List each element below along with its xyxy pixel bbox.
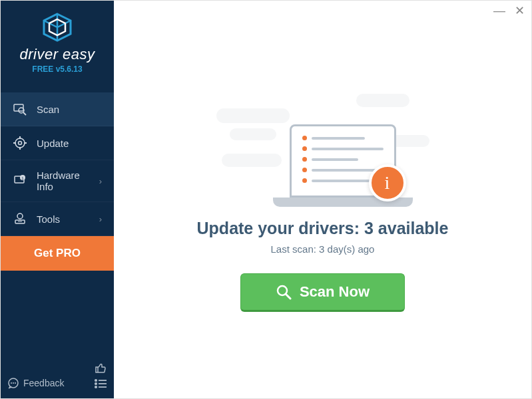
svg-point-18 bbox=[15, 382, 16, 384]
svg-point-17 bbox=[13, 382, 14, 384]
window-controls: — ✕ bbox=[493, 5, 525, 17]
svg-point-4 bbox=[19, 142, 22, 145]
menu-list-icon[interactable] bbox=[94, 378, 107, 389]
svg-point-12 bbox=[17, 213, 23, 219]
sidebar-item-label: Update bbox=[37, 138, 69, 149]
tools-icon bbox=[13, 211, 27, 226]
last-scan-label: Last scan: 3 day(s) ago bbox=[271, 243, 375, 255]
brand-name: driver easy bbox=[1, 46, 114, 63]
bottom-bar: Feedback bbox=[1, 354, 114, 398]
svg-point-19 bbox=[95, 380, 97, 381]
main-area: — ✕ i Update your drivers: 3 available L… bbox=[114, 1, 531, 398]
gear-icon bbox=[13, 136, 27, 150]
info-badge-icon: i bbox=[369, 164, 406, 201]
sidebar-item-scan[interactable]: Scan bbox=[1, 92, 114, 126]
sidebar-item-tools[interactable]: Tools › bbox=[1, 202, 114, 236]
chevron-right-icon: › bbox=[99, 176, 102, 186]
logo-area: driver easy FREE v5.6.13 bbox=[1, 1, 114, 82]
sidebar: driver easy FREE v5.6.13 Scan Update 1 H… bbox=[1, 1, 114, 398]
sidebar-item-label: Tools bbox=[37, 213, 60, 225]
close-button[interactable]: ✕ bbox=[515, 5, 525, 17]
illustration: i bbox=[216, 87, 429, 207]
feedback-link[interactable]: Feedback bbox=[7, 377, 64, 389]
svg-point-3 bbox=[15, 138, 25, 148]
hardware-icon: 1 bbox=[13, 174, 27, 188]
svg-line-2 bbox=[23, 112, 26, 115]
svg-point-21 bbox=[95, 383, 97, 384]
svg-line-26 bbox=[286, 294, 290, 299]
thumbs-up-icon[interactable] bbox=[94, 361, 107, 374]
feedback-label: Feedback bbox=[23, 378, 64, 388]
feedback-icon bbox=[7, 377, 19, 389]
search-icon bbox=[276, 284, 292, 300]
sidebar-item-label: Hardware Info bbox=[37, 170, 99, 192]
svg-point-23 bbox=[95, 386, 97, 388]
minimize-button[interactable]: — bbox=[493, 5, 505, 17]
scan-button-label: Scan Now bbox=[300, 283, 370, 301]
version-label: FREE v5.6.13 bbox=[1, 65, 114, 74]
content: i Update your drivers: 3 available Last … bbox=[114, 1, 531, 398]
nav: Scan Update 1 Hardware Info › Tools › Ge… bbox=[1, 92, 114, 354]
headline: Update your drivers: 3 available bbox=[197, 219, 449, 238]
magnifier-icon bbox=[13, 102, 27, 116]
logo-icon bbox=[40, 13, 75, 42]
chevron-right-icon: › bbox=[99, 214, 102, 224]
sidebar-item-update[interactable]: Update bbox=[1, 126, 114, 160]
sidebar-item-hardware-info[interactable]: 1 Hardware Info › bbox=[1, 160, 114, 202]
scan-now-button[interactable]: Scan Now bbox=[240, 273, 405, 312]
sidebar-item-label: Scan bbox=[37, 104, 59, 115]
svg-point-16 bbox=[11, 382, 12, 384]
get-pro-button[interactable]: Get PRO bbox=[1, 236, 114, 271]
